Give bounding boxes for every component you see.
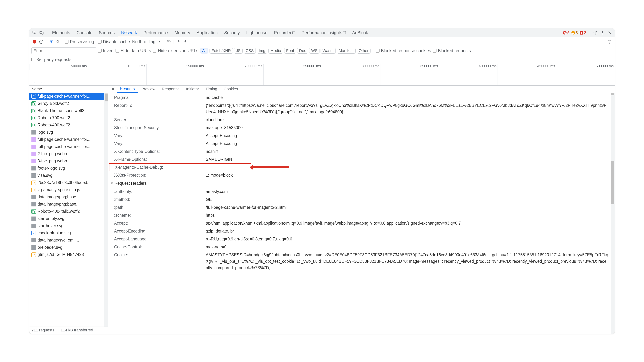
timeline-overview[interactable]: 50000 ms100000 ms150000 ms200000 ms25000… (29, 64, 615, 86)
request-row[interactable]: data:image/svg+xml;... (29, 237, 108, 244)
tab-memory[interactable]: Memory (172, 29, 194, 37)
detail-scrollbar[interactable] (611, 93, 615, 334)
settings-icon[interactable] (592, 29, 599, 36)
filter-pill-wasm[interactable]: Wasm (320, 48, 336, 54)
request-row[interactable]: star-hover.svg (29, 222, 108, 229)
request-row[interactable]: ⟨⟩gtm.js?id=GTM-N847428 (29, 251, 108, 258)
filter-pill-fetch-xhr[interactable]: Fetch/XHR (210, 48, 233, 54)
tab-performance[interactable]: Performance (140, 29, 171, 37)
request-row[interactable]: ⟨⟩vg-amasty-sprite.min.js (29, 186, 108, 193)
kebab-menu-icon[interactable] (599, 29, 606, 36)
request-row[interactable]: data:image/png;base... (29, 201, 108, 208)
header-value: Accept-Encoding (206, 140, 612, 147)
request-headers-section[interactable]: Request Headers (108, 179, 615, 188)
import-har-icon[interactable] (176, 39, 182, 45)
throttling-select[interactable]: No throttling (131, 39, 162, 44)
request-row[interactable]: footer-logo.svg (29, 165, 108, 172)
close-detail-icon[interactable] (110, 87, 116, 91)
filter-pill-font[interactable]: Font (284, 48, 296, 54)
detail-tab-timing[interactable]: Timing (202, 86, 220, 93)
filter-pill-media[interactable]: Media (268, 48, 283, 54)
device-toggle-icon[interactable] (38, 29, 45, 36)
detail-tab-initiator[interactable]: Initiator (183, 86, 202, 93)
request-row[interactable]: visa.svg (29, 172, 108, 179)
detail-tab-preview[interactable]: Preview (138, 86, 158, 93)
export-har-icon[interactable] (182, 39, 188, 45)
img-type-icon (32, 202, 36, 206)
request-name: Roboto-400.woff2 (38, 123, 70, 128)
detail-tab-cookies[interactable]: Cookies (220, 86, 241, 93)
filter-pill-all[interactable]: All (200, 48, 208, 54)
network-conditions-icon[interactable] (166, 39, 172, 45)
hide-data-urls-checkbox[interactable]: Hide data URLs (116, 48, 151, 53)
request-row[interactable]: TᴛRoboto-400.woff2 (29, 122, 108, 129)
warning-badge[interactable]: ▲3 (572, 30, 578, 35)
search-icon[interactable] (55, 39, 61, 45)
js-type-icon: ⟨⟩ (32, 181, 36, 185)
detail-tab-response[interactable]: Response (158, 86, 183, 93)
tab-adblock[interactable]: AdBlock (349, 29, 371, 37)
error-badge[interactable]: ✖5 (563, 30, 570, 35)
blocked-requests-checkbox[interactable]: Blocked requests (433, 48, 471, 53)
filter-pill-manifest[interactable]: Manifest (337, 48, 356, 54)
header-row: Vary:Accept-Encoding (108, 140, 615, 147)
request-row[interactable]: ⟨⟩2bc23c7a18bc3c3b0ffdded... (29, 179, 108, 186)
clear-button[interactable] (38, 39, 44, 45)
request-row[interactable]: preloader.svg (29, 244, 108, 251)
request-row[interactable]: 2-fpc_png.webp (29, 150, 108, 158)
detail-tab-headers[interactable]: Headers (116, 86, 138, 93)
filter-toggle-icon[interactable] (48, 39, 54, 45)
request-row[interactable]: TᴛRoboto-400-italic.woff2 (29, 208, 108, 215)
request-list-scrollbar[interactable] (104, 93, 108, 326)
request-row[interactable]: ✓check-ok-blue.svg (29, 229, 108, 237)
header-value: amasty.com (206, 188, 612, 195)
hide-ext-urls-checkbox[interactable]: Hide extension URLs (153, 48, 198, 53)
request-row[interactable]: TᴛGilroy-Bold.woff2 (29, 100, 108, 107)
request-name: Blank-Theme-Icons.woff2 (38, 108, 84, 113)
disable-cache-checkbox[interactable]: Disable cache (98, 39, 130, 44)
filter-pill-js[interactable]: JS (234, 48, 242, 54)
request-list-pane: Name ≡full-page-cache-warmer-for...TᴛGil… (29, 86, 108, 334)
tab-sources[interactable]: Sources (96, 29, 118, 37)
tab-application[interactable]: Application (193, 29, 221, 37)
header-key: :path: (110, 204, 206, 211)
main-tabs-bar: ElementsConsoleSourcesNetworkPerformance… (29, 29, 615, 38)
close-devtools-icon[interactable] (606, 29, 613, 36)
blocked-cookies-checkbox[interactable]: Blocked response cookies (376, 48, 431, 53)
request-list-header[interactable]: Name (29, 86, 108, 93)
record-button[interactable] (32, 39, 38, 45)
tab-performance-insights[interactable]: Performance insights (298, 29, 349, 37)
request-row[interactable]: TᴛRoboto-700.woff2 (29, 114, 108, 122)
js-type-icon: ⟨⟩ (32, 188, 36, 192)
request-row[interactable]: TᴛBlank-Theme-Icons.woff2 (29, 107, 108, 114)
request-row[interactable]: data:image/png;base... (29, 193, 108, 201)
inspect-icon[interactable] (31, 29, 38, 36)
invert-checkbox[interactable]: Invert (98, 48, 114, 53)
tab-lighthouse[interactable]: Lighthouse (243, 29, 270, 37)
request-row[interactable]: full-page-cache-warmer-for... (29, 136, 108, 143)
tab-network[interactable]: Network (118, 29, 140, 37)
issues-badge[interactable]: ■2 (580, 30, 586, 35)
header-value: text/html,application/xhtml+xml,applicat… (206, 220, 612, 226)
request-row[interactable]: full-page-cache-warmer-for... (29, 143, 108, 150)
header-value: HIT (206, 164, 249, 170)
request-row[interactable]: 3-fpc_png.webp (29, 158, 108, 165)
tab-security[interactable]: Security (221, 29, 243, 37)
tab-console[interactable]: Console (73, 29, 96, 37)
filter-pill-ws[interactable]: WS (309, 48, 320, 54)
tab-recorder[interactable]: Recorder (270, 29, 298, 37)
tab-elements[interactable]: Elements (49, 29, 73, 37)
filter-pill-img[interactable]: Img (257, 48, 268, 54)
request-row[interactable]: star-empty.svg (29, 215, 108, 222)
filter-pill-css[interactable]: CSS (244, 48, 256, 54)
third-party-checkbox[interactable]: 3rd-party requests (32, 57, 72, 62)
header-row: Report-To:{"endpoints":[{"url":"https:\/… (108, 101, 615, 116)
filter-input[interactable] (32, 48, 96, 54)
request-row[interactable]: ≡full-page-cache-warmer-for... (29, 93, 108, 100)
filter-pill-other[interactable]: Other (357, 48, 370, 54)
filter-pill-doc[interactable]: Doc (297, 48, 308, 54)
preserve-log-checkbox[interactable]: Preserve log (65, 39, 94, 44)
network-settings-icon[interactable] (606, 39, 612, 45)
header-key: Accept-Encoding: (110, 228, 206, 234)
request-row[interactable]: logo.svg (29, 129, 108, 136)
